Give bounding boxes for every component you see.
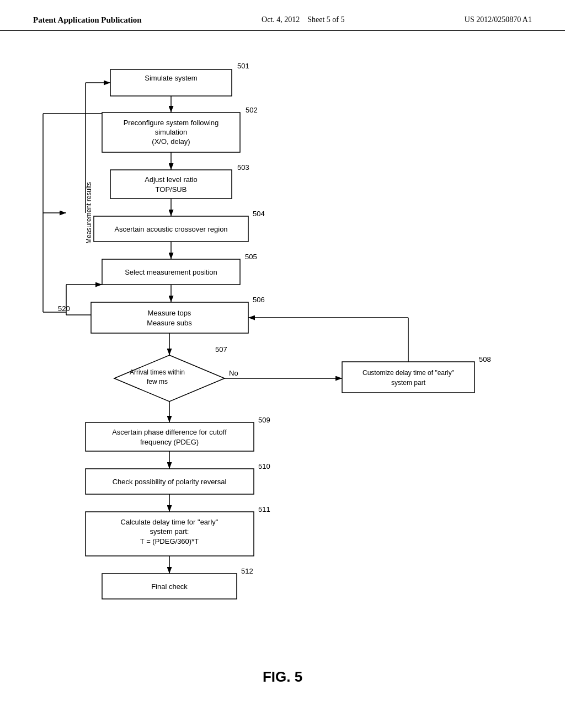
svg-text:508: 508 [479, 355, 491, 363]
svg-text:system part:: system part: [150, 527, 189, 536]
svg-rect-34 [91, 302, 248, 333]
flowchart-svg: Simulate system 501 Preconfigure system … [0, 36, 565, 698]
page-header: Patent Application Publication Oct. 4, 2… [0, 0, 565, 31]
flowchart-area: Simulate system 501 Preconfigure system … [0, 36, 565, 698]
svg-text:simulation: simulation [155, 128, 188, 136]
svg-text:502: 502 [246, 106, 258, 114]
svg-text:Check possibility of polarity : Check possibility of polarity reversal [113, 478, 227, 486]
patent-number: US 2012/0250870 A1 [465, 15, 532, 24]
svg-text:Measure tops: Measure tops [148, 309, 191, 317]
svg-text:Ascertain phase difference for: Ascertain phase difference for cutoff [112, 428, 227, 436]
svg-marker-39 [114, 355, 225, 402]
svg-text:Adjust level ratio: Adjust level ratio [145, 175, 197, 184]
svg-text:Calculate delay time for "earl: Calculate delay time for "early" [121, 518, 218, 526]
svg-text:frequency (PDEG): frequency (PDEG) [140, 438, 199, 446]
svg-text:Simulate system: Simulate system [145, 74, 197, 82]
svg-text:520: 520 [58, 304, 70, 313]
svg-text:506: 506 [253, 296, 265, 304]
svg-text:few ms: few ms [147, 378, 168, 386]
publication-label: Patent Application Publication [33, 15, 142, 25]
svg-text:505: 505 [245, 253, 257, 261]
svg-text:510: 510 [258, 462, 270, 470]
svg-text:FIG. 5: FIG. 5 [263, 668, 302, 685]
svg-text:Preconfigure system following: Preconfigure system following [124, 119, 219, 127]
svg-text:503: 503 [237, 163, 249, 172]
svg-text:Customize delay time of "early: Customize delay time of "early" [363, 369, 454, 377]
svg-text:Select measurement position: Select measurement position [125, 268, 217, 276]
svg-text:Final check: Final check [151, 582, 188, 591]
svg-text:TOP/SUB: TOP/SUB [156, 185, 187, 194]
svg-text:507: 507 [215, 345, 227, 354]
svg-text:system part: system part [391, 379, 426, 387]
svg-rect-52 [86, 422, 254, 451]
svg-rect-12 [110, 170, 232, 199]
svg-text:Measure subs: Measure subs [147, 319, 192, 327]
svg-rect-45 [342, 362, 475, 393]
svg-text:501: 501 [237, 62, 249, 70]
svg-text:512: 512 [241, 567, 253, 575]
date: Oct. 4, 2012 [262, 15, 300, 24]
date-sheet: Oct. 4, 2012 Sheet 5 of 5 [262, 15, 344, 24]
svg-text:509: 509 [258, 416, 270, 424]
svg-text:Arrival times within: Arrival times within [130, 368, 185, 376]
svg-text:T = (PDEG/360)*T: T = (PDEG/360)*T [140, 537, 199, 545]
svg-text:Measurement results: Measurement results [85, 182, 93, 244]
svg-text:Ascertain acoustic crossover r: Ascertain acoustic crossover region [114, 225, 227, 233]
svg-text:No: No [229, 369, 238, 377]
svg-text:504: 504 [253, 210, 265, 218]
sheet: Sheet 5 of 5 [307, 15, 344, 24]
svg-text:511: 511 [258, 505, 270, 513]
svg-text:(X/O, delay): (X/O, delay) [152, 137, 190, 146]
